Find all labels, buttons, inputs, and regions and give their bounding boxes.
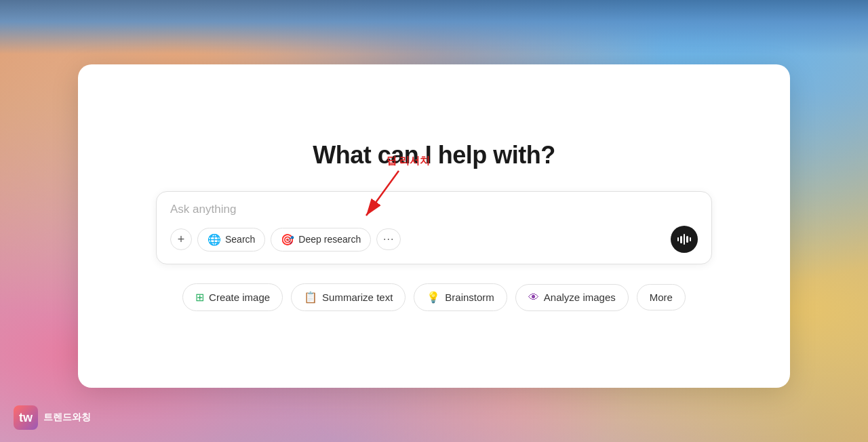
- create-image-label: Create image: [209, 292, 270, 303]
- more-chip[interactable]: More: [637, 284, 686, 310]
- mic-icon: [677, 234, 692, 245]
- input-row: Ask anything: [170, 203, 698, 216]
- input-container: Ask anything + 🌐 Search 🎯 Deep research …: [156, 191, 712, 264]
- mic-button[interactable]: [671, 226, 698, 253]
- summarize-text-chip[interactable]: 📋 Summarize text: [291, 283, 406, 311]
- toolbar-left: + 🌐 Search 🎯 Deep research ···: [170, 228, 401, 252]
- brand-icon: tw: [14, 405, 38, 430]
- brand-icon-text: tw: [19, 411, 33, 425]
- deep-research-label: Deep research: [298, 234, 361, 245]
- brainstorm-chip[interactable]: 💡 Brainstorm: [414, 283, 507, 311]
- analyze-images-icon: 👁: [528, 292, 539, 304]
- page-title: What can I help with?: [313, 141, 555, 169]
- ask-placeholder[interactable]: Ask anything: [170, 203, 698, 216]
- more-label: More: [650, 292, 673, 303]
- branding: tw 트렌드와칭: [14, 405, 91, 430]
- dots-icon: ···: [383, 233, 394, 245]
- toolbar-row: + 🌐 Search 🎯 Deep research ···: [170, 226, 698, 253]
- summarize-text-label: Summarize text: [322, 292, 393, 303]
- create-image-chip[interactable]: ⊞ Create image: [182, 283, 283, 311]
- search-label: Search: [225, 234, 255, 245]
- analyze-images-label: Analyze images: [544, 292, 616, 303]
- brainstorm-label: Brainstorm: [445, 292, 494, 303]
- brand-name: 트렌드와칭: [43, 411, 91, 424]
- bar5: [690, 237, 692, 241]
- analyze-images-chip[interactable]: 👁 Analyze images: [515, 284, 629, 311]
- bar3: [684, 234, 686, 245]
- add-button[interactable]: +: [170, 228, 192, 250]
- search-button[interactable]: 🌐 Search: [197, 228, 265, 252]
- main-card: What can I help with? Ask anything + 🌐 S…: [78, 64, 790, 388]
- deep-research-button[interactable]: 🎯 Deep research: [271, 228, 371, 252]
- summarize-text-icon: 📋: [304, 291, 317, 304]
- create-image-icon: ⊞: [195, 291, 204, 304]
- bar4: [686, 236, 688, 243]
- bar2: [680, 236, 682, 243]
- plus-icon: +: [178, 233, 185, 247]
- bar1: [677, 237, 679, 241]
- globe-icon: 🌐: [208, 233, 221, 246]
- deep-research-icon: 🎯: [281, 233, 294, 246]
- background-top: [0, 0, 868, 54]
- action-chips: ⊞ Create image 📋 Summarize text 💡 Brains…: [182, 283, 686, 311]
- more-options-button[interactable]: ···: [376, 228, 401, 250]
- brainstorm-icon: 💡: [427, 291, 440, 304]
